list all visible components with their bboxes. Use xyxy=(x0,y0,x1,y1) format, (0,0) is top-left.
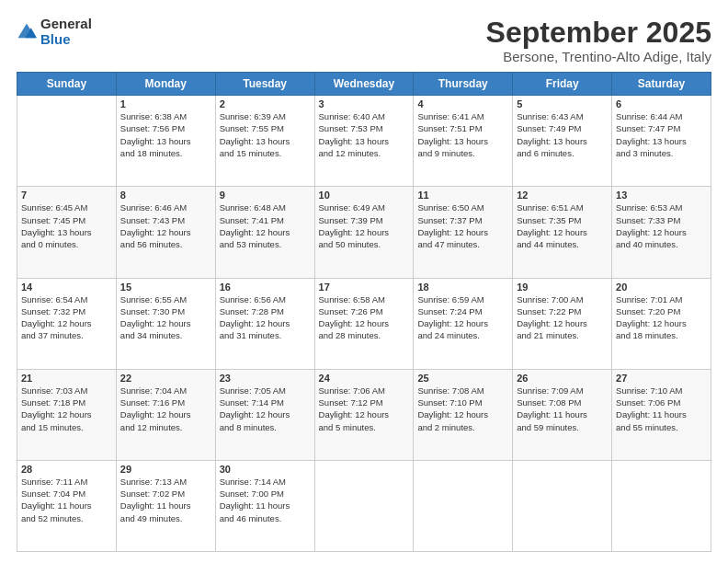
day-number: 4 xyxy=(417,98,508,109)
cell-line: Sunset: 7:51 PM xyxy=(417,122,508,134)
calendar-cell: 27Sunrise: 7:10 AMSunset: 7:06 PMDayligh… xyxy=(612,369,711,460)
cell-line: Sunrise: 6:45 AM xyxy=(21,201,112,213)
cell-line: Sunrise: 6:55 AM xyxy=(120,293,211,305)
cell-line: Daylight: 12 hours xyxy=(120,408,211,420)
cell-line: Sunset: 7:30 PM xyxy=(120,305,211,317)
calendar-cell xyxy=(612,460,711,551)
cell-line: Sunrise: 7:04 AM xyxy=(120,385,211,396)
cell-line: Daylight: 11 hours xyxy=(517,408,608,420)
calendar-cell: 2Sunrise: 6:39 AMSunset: 7:55 PMDaylight… xyxy=(215,96,314,187)
cell-line: and 18 minutes. xyxy=(120,147,211,159)
cell-line: Sunset: 7:06 PM xyxy=(616,396,707,408)
cell-line: Sunset: 7:26 PM xyxy=(319,305,410,317)
cell-line: Daylight: 11 hours xyxy=(616,408,707,420)
month-title: September 2025 xyxy=(486,17,711,49)
cell-line: and 46 minutes. xyxy=(220,512,311,524)
cell-line: and 3 minutes. xyxy=(616,147,707,159)
cell-line: and 12 minutes. xyxy=(120,421,211,433)
cell-line: Daylight: 12 hours xyxy=(220,317,311,329)
day-number: 17 xyxy=(319,282,410,293)
calendar-cell: 6Sunrise: 6:44 AMSunset: 7:47 PMDaylight… xyxy=(612,96,711,187)
cell-line: Daylight: 12 hours xyxy=(120,317,211,329)
logo-blue: Blue xyxy=(40,32,92,48)
calendar-cell: 3Sunrise: 6:40 AMSunset: 7:53 PMDaylight… xyxy=(314,96,414,187)
location: Bersone, Trentino-Alto Adige, Italy xyxy=(486,49,711,64)
cell-line: and 9 minutes. xyxy=(417,147,508,159)
cell-line: Daylight: 12 hours xyxy=(21,408,112,420)
cell-line: Daylight: 12 hours xyxy=(120,226,211,238)
calendar-body: 1Sunrise: 6:38 AMSunset: 7:56 PMDaylight… xyxy=(17,96,711,552)
day-number: 5 xyxy=(517,98,608,109)
cell-line: Sunrise: 7:05 AM xyxy=(220,385,311,396)
calendar-cell xyxy=(414,460,513,551)
cell-line: Sunrise: 6:50 AM xyxy=(417,201,508,213)
calendar-cell: 4Sunrise: 6:41 AMSunset: 7:51 PMDaylight… xyxy=(414,96,513,187)
cell-line: and 2 minutes. xyxy=(417,421,508,433)
cell-line: and 52 minutes. xyxy=(21,512,112,524)
cell-line: and 47 minutes. xyxy=(417,238,508,250)
calendar-cell: 23Sunrise: 7:05 AMSunset: 7:14 PMDayligh… xyxy=(215,369,314,460)
cell-line: Daylight: 12 hours xyxy=(220,408,311,420)
cell-line: and 53 minutes. xyxy=(220,238,311,250)
calendar-cell xyxy=(17,96,117,187)
cell-line: and 0 minutes. xyxy=(21,238,112,250)
cell-line: and 28 minutes. xyxy=(319,329,410,341)
cell-line: Sunset: 7:14 PM xyxy=(220,396,311,408)
calendar-cell: 5Sunrise: 6:43 AMSunset: 7:49 PMDaylight… xyxy=(513,96,612,187)
calendar-week-3: 14Sunrise: 6:54 AMSunset: 7:32 PMDayligh… xyxy=(17,278,711,369)
calendar-cell: 7Sunrise: 6:45 AMSunset: 7:45 PMDaylight… xyxy=(17,187,117,278)
cell-line: Sunrise: 7:13 AM xyxy=(120,476,211,488)
calendar-cell: 24Sunrise: 7:06 AMSunset: 7:12 PMDayligh… xyxy=(314,369,414,460)
cell-line: Sunrise: 6:58 AM xyxy=(319,293,410,305)
day-number: 15 xyxy=(120,282,211,293)
cell-line: Sunrise: 7:06 AM xyxy=(319,385,410,396)
cell-line: and 15 minutes. xyxy=(21,421,112,433)
cell-line: and 44 minutes. xyxy=(517,238,608,250)
logo-text: General Blue xyxy=(40,17,92,47)
cell-line: Daylight: 12 hours xyxy=(517,226,608,238)
cell-line: Daylight: 11 hours xyxy=(220,500,311,511)
day-number: 3 xyxy=(319,98,410,109)
day-header-wednesday: Wednesday xyxy=(314,73,414,96)
cell-line: Daylight: 12 hours xyxy=(616,226,707,238)
day-number: 2 xyxy=(220,98,311,109)
day-number: 23 xyxy=(220,373,311,384)
day-header-monday: Monday xyxy=(116,73,215,96)
day-number: 7 xyxy=(21,190,112,201)
cell-line: Sunset: 7:49 PM xyxy=(517,122,608,134)
cell-line: Daylight: 13 hours xyxy=(319,135,410,147)
cell-line: Sunset: 7:35 PM xyxy=(517,214,608,226)
cell-line: and 59 minutes. xyxy=(517,421,608,433)
cell-line: Sunset: 7:55 PM xyxy=(220,122,311,134)
day-number: 18 xyxy=(417,282,508,293)
cell-line: Sunset: 7:45 PM xyxy=(21,214,112,226)
day-number: 26 xyxy=(517,373,608,384)
cell-line: Sunrise: 6:41 AM xyxy=(417,110,508,122)
cell-line: Daylight: 12 hours xyxy=(21,317,112,329)
cell-line: Sunset: 7:10 PM xyxy=(417,396,508,408)
cell-line: Sunrise: 7:03 AM xyxy=(21,385,112,396)
calendar-cell: 13Sunrise: 6:53 AMSunset: 7:33 PMDayligh… xyxy=(612,187,711,278)
calendar-cell: 29Sunrise: 7:13 AMSunset: 7:02 PMDayligh… xyxy=(116,460,215,551)
cell-line: and 5 minutes. xyxy=(319,421,410,433)
day-number: 8 xyxy=(120,190,211,201)
cell-line: and 50 minutes. xyxy=(319,238,410,250)
cell-line: Sunset: 7:41 PM xyxy=(220,214,311,226)
cell-line: Daylight: 13 hours xyxy=(220,135,311,147)
logo: General Blue xyxy=(17,17,92,47)
cell-line: and 18 minutes. xyxy=(616,329,707,341)
cell-line: Daylight: 13 hours xyxy=(616,135,707,147)
day-header-saturday: Saturday xyxy=(612,73,711,96)
cell-line: Sunset: 7:56 PM xyxy=(120,122,211,134)
calendar-cell: 10Sunrise: 6:49 AMSunset: 7:39 PMDayligh… xyxy=(314,187,414,278)
title-block: September 2025 Bersone, Trentino-Alto Ad… xyxy=(486,17,711,64)
cell-line: Sunset: 7:04 PM xyxy=(21,488,112,500)
calendar-cell: 14Sunrise: 6:54 AMSunset: 7:32 PMDayligh… xyxy=(17,278,117,369)
cell-line: and 8 minutes. xyxy=(220,421,311,433)
cell-line: Sunrise: 6:44 AM xyxy=(616,110,707,122)
cell-line: Sunset: 7:20 PM xyxy=(616,305,707,317)
cell-line: Sunrise: 6:48 AM xyxy=(220,201,311,213)
day-number: 25 xyxy=(417,373,508,384)
cell-line: Sunset: 7:47 PM xyxy=(616,122,707,134)
cell-line: Sunset: 7:53 PM xyxy=(319,122,410,134)
